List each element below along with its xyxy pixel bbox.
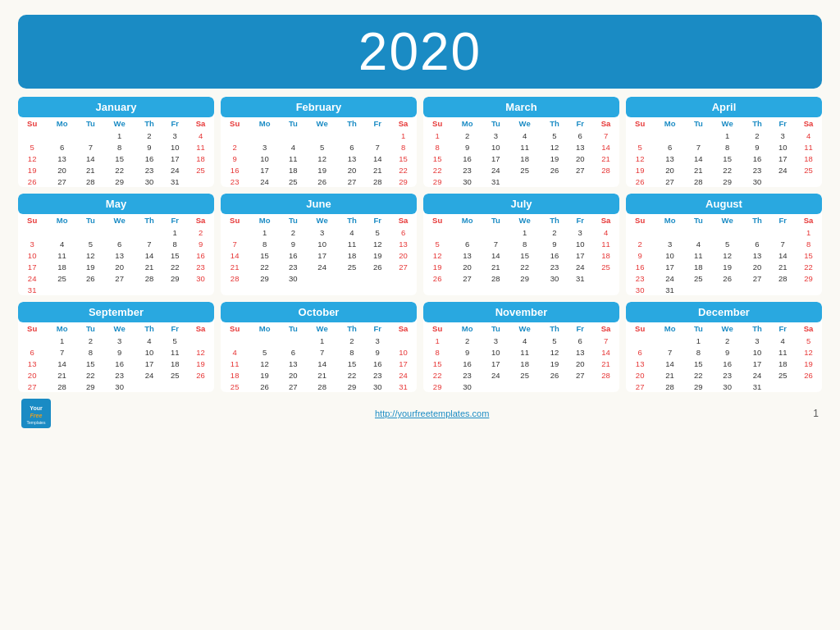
day-cell: 15 — [162, 249, 187, 261]
day-cell: 17 — [306, 249, 339, 261]
day-cell: 21 — [592, 153, 619, 164]
week-row: 25262728293031 — [221, 381, 417, 392]
day-cell: 30 — [451, 176, 483, 187]
day-cell: 8 — [423, 346, 451, 358]
week-row: 12131415161718 — [18, 153, 214, 164]
dow-header-fr: Fr — [568, 214, 592, 226]
day-cell: 23 — [365, 369, 390, 381]
day-cell: 6 — [568, 130, 592, 141]
day-cell — [46, 284, 78, 295]
day-cell: 6 — [281, 346, 306, 358]
dow-header-we: We — [711, 322, 744, 335]
day-cell — [686, 226, 711, 238]
day-cell: 23 — [451, 369, 483, 381]
dow-header-su: Su — [423, 322, 451, 335]
day-cell — [509, 176, 541, 187]
day-cell — [744, 284, 771, 295]
day-cell: 10 — [18, 249, 46, 261]
week-row: 20212223242526 — [626, 369, 822, 381]
day-cell: 18 — [281, 164, 306, 176]
day-cell: 4 — [136, 335, 163, 346]
day-cell: 20 — [18, 369, 46, 381]
day-cell: 21 — [46, 369, 78, 381]
day-cell: 29 — [390, 176, 417, 187]
day-cell: 2 — [339, 335, 366, 346]
day-cell: 20 — [451, 261, 483, 272]
dow-header-mo: Mo — [451, 117, 483, 130]
day-cell: 15 — [390, 153, 417, 164]
week-row: 14151617181920 — [221, 249, 417, 261]
day-cell: 20 — [390, 249, 417, 261]
day-cell: 5 — [626, 141, 654, 153]
day-cell: 22 — [339, 369, 366, 381]
day-cell: 18 — [46, 261, 78, 272]
day-cell: 23 — [187, 261, 214, 272]
day-cell: 16 — [451, 153, 483, 164]
day-cell: 24 — [770, 164, 795, 176]
day-cell: 10 — [249, 153, 281, 164]
day-cell: 19 — [187, 358, 214, 369]
day-cell: 4 — [509, 130, 541, 141]
day-cell: 8 — [686, 346, 711, 358]
day-cell: 23 — [103, 369, 136, 381]
dow-header-mo: Mo — [46, 117, 78, 130]
dow-header-sa: Sa — [187, 214, 214, 226]
day-cell: 4 — [221, 346, 249, 358]
month-table-april: SuMoTuWeThFrSa12345678910111213141516171… — [626, 117, 822, 187]
day-cell: 24 — [162, 164, 187, 176]
week-row: 22232425262728 — [423, 369, 619, 381]
day-cell: 25 — [509, 369, 541, 381]
day-cell: 24 — [483, 369, 509, 381]
day-cell: 3 — [365, 335, 390, 346]
dow-header-su: Su — [221, 322, 249, 335]
day-cell: 2 — [451, 130, 483, 141]
day-cell — [136, 284, 163, 295]
day-cell: 29 — [339, 381, 366, 392]
dow-header-mo: Mo — [249, 214, 281, 226]
day-cell: 6 — [339, 141, 366, 153]
day-cell: 1 — [795, 226, 822, 238]
day-cell: 21 — [78, 164, 103, 176]
day-cell: 12 — [541, 346, 568, 358]
week-row: 6789101112 — [18, 346, 214, 358]
day-cell: 27 — [654, 176, 686, 187]
day-cell: 30 — [451, 381, 483, 392]
day-cell: 10 — [770, 141, 795, 153]
dow-header-mo: Mo — [451, 214, 483, 226]
day-cell: 30 — [187, 272, 214, 284]
day-cell: 20 — [654, 164, 686, 176]
day-cell: 13 — [744, 249, 771, 261]
day-cell: 8 — [162, 238, 187, 249]
day-cell — [541, 176, 568, 187]
day-cell: 26 — [541, 369, 568, 381]
month-july: JulySuMoTuWeThFrSa1234567891011121314151… — [423, 194, 619, 295]
week-row: 31 — [18, 284, 214, 295]
week-row: 17181920212223 — [18, 261, 214, 272]
day-cell: 25 — [162, 369, 187, 381]
day-cell: 22 — [78, 369, 103, 381]
day-cell: 2 — [744, 130, 771, 141]
day-cell: 15 — [339, 358, 366, 369]
day-cell — [686, 130, 711, 141]
week-row: 27282930 — [18, 381, 214, 392]
week-row: 123456 — [221, 226, 417, 238]
day-cell: 15 — [249, 249, 281, 261]
day-cell: 28 — [686, 176, 711, 187]
day-cell: 21 — [770, 261, 795, 272]
day-cell: 13 — [18, 358, 46, 369]
day-cell: 29 — [423, 381, 451, 392]
day-cell: 27 — [339, 176, 366, 187]
day-cell: 13 — [281, 358, 306, 369]
day-cell — [451, 226, 483, 238]
day-cell: 2 — [711, 335, 744, 346]
day-cell: 22 — [795, 261, 822, 272]
day-cell: 6 — [18, 346, 46, 358]
footer-url[interactable]: http://yourfreetemplates.com — [375, 409, 489, 418]
dow-header-su: Su — [221, 117, 249, 130]
day-cell: 7 — [770, 238, 795, 249]
month-october: OctoberSuMoTuWeThFrSa1234567891011121314… — [221, 302, 417, 392]
week-row: 21222324252627 — [221, 261, 417, 272]
day-cell: 27 — [390, 261, 417, 272]
day-cell: 3 — [770, 130, 795, 141]
day-cell: 1 — [423, 130, 451, 141]
